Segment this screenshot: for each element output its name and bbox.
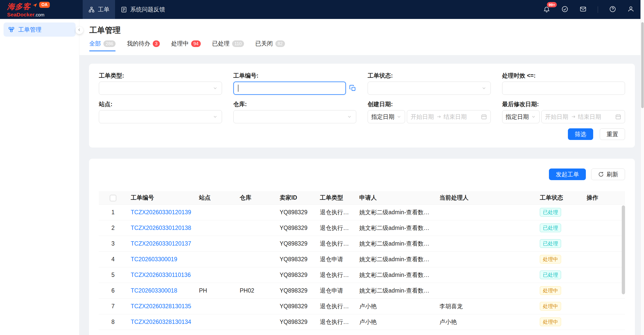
nav-item-label: 工单 bbox=[98, 6, 109, 13]
user-icon bbox=[627, 6, 634, 14]
page-scrollbar-thumb[interactable] bbox=[641, 22, 644, 108]
select-all-checkbox[interactable] bbox=[110, 195, 116, 201]
work-order-type-select[interactable] bbox=[99, 82, 222, 95]
tab-all[interactable]: 全部 286 bbox=[89, 40, 116, 51]
work-order-status-select[interactable] bbox=[368, 82, 491, 95]
site-select[interactable] bbox=[99, 110, 222, 123]
cell-site bbox=[195, 314, 236, 330]
cell-handler bbox=[436, 204, 536, 220]
chevron-left-icon bbox=[77, 28, 82, 33]
work-order-link[interactable]: TCZX20260328130135 bbox=[131, 303, 191, 309]
work-order-link[interactable]: TC202603300019 bbox=[131, 256, 177, 262]
modified-end-date-input[interactable] bbox=[578, 113, 602, 120]
work-order-link[interactable]: TCZX20260330120137 bbox=[131, 240, 191, 247]
reset-button[interactable]: 重置 bbox=[600, 128, 625, 140]
app-window: 海多客 OA SeaDocker.com 工单 系统问题 bbox=[0, 0, 644, 335]
arrow-right-icon bbox=[571, 114, 576, 119]
create-work-order-button[interactable]: 发起工单 bbox=[549, 169, 586, 180]
cell-applicant: 姚文彬二级admin-查看数据用 bbox=[356, 267, 436, 283]
work-order-link[interactable]: TCZX20260330120139 bbox=[131, 209, 191, 216]
table-row[interactable]: 2 TCZX20260330120138 YQ898329 退仓执行工单 姚文彬… bbox=[99, 220, 625, 236]
cell-index: 4 bbox=[99, 251, 127, 267]
cell-index: 2 bbox=[99, 220, 127, 236]
tab-processing[interactable]: 处理中 94 bbox=[171, 40, 201, 51]
table-scrollbar-thumb[interactable] bbox=[622, 205, 625, 294]
col-header-site: 站点 bbox=[195, 191, 236, 204]
cell-site bbox=[195, 298, 236, 314]
cell-status: 处理中 bbox=[536, 283, 583, 298]
cell-seller-id: YQ898329 bbox=[276, 267, 316, 283]
tab-processed[interactable]: 已处理 110 bbox=[212, 40, 244, 51]
modified-date-mode-select[interactable]: 指定日期 bbox=[502, 110, 540, 123]
cell-applicant: 姚文彬二级admin-查看数据用 bbox=[356, 283, 436, 298]
question-circle-icon bbox=[609, 6, 616, 14]
cell-seller-id: YQ898329 bbox=[276, 220, 316, 236]
cell-status: 已处理 bbox=[536, 267, 583, 283]
cell-status: 已处理 bbox=[536, 236, 583, 251]
filter-field-warehouse: 仓库: bbox=[233, 101, 357, 123]
workorder-icon bbox=[8, 26, 15, 33]
refresh-label: 刷新 bbox=[607, 171, 618, 178]
sidebar-collapse-button[interactable] bbox=[76, 27, 83, 34]
cell-handler bbox=[436, 236, 536, 251]
refresh-button[interactable]: 刷新 bbox=[591, 169, 625, 180]
field-label: 仓库: bbox=[233, 101, 357, 108]
created-date-range[interactable] bbox=[407, 110, 491, 123]
created-end-date-input[interactable] bbox=[443, 113, 467, 120]
nav-item-work-order[interactable]: 工单 bbox=[83, 0, 115, 19]
cell-actions bbox=[583, 236, 625, 251]
page-scrollbar[interactable] bbox=[640, 0, 644, 335]
row-index: 2 bbox=[112, 225, 115, 231]
paper-plane-icon bbox=[32, 3, 37, 8]
table-row[interactable]: 1 TCZX20260330120139 YQ898329 退仓执行工单 姚文彬… bbox=[99, 204, 625, 220]
table-row[interactable]: 8 TCZX20260328130134 YQ898329 退仓执行工单 卢小艳… bbox=[99, 314, 625, 330]
cell-seller-id: YQ898329 bbox=[276, 251, 316, 267]
account-button[interactable] bbox=[627, 6, 634, 14]
created-start-date-input[interactable] bbox=[411, 113, 434, 120]
table-row[interactable]: 6 TC202603300018 PH PH02 YQ898329 退仓申请 姚… bbox=[99, 283, 625, 298]
tab-closed[interactable]: 已关闭 82 bbox=[255, 40, 285, 51]
work-order-no-input[interactable] bbox=[233, 82, 346, 95]
work-order-link[interactable]: TCZX20260328130134 bbox=[131, 319, 191, 325]
todo-check-button[interactable] bbox=[561, 6, 568, 14]
sla-input[interactable] bbox=[502, 82, 625, 95]
mail-button[interactable] bbox=[580, 6, 587, 14]
sidebar-item-work-order-mgmt[interactable]: 工单管理 bbox=[4, 22, 76, 37]
cell-index: 1 bbox=[99, 204, 127, 220]
notification-bell-button[interactable]: 99+ bbox=[543, 6, 550, 14]
table-row[interactable]: 5 TCZX20260330110136 YQ898329 退仓执行工单 姚文彬… bbox=[99, 267, 625, 283]
tab-label: 处理中 bbox=[171, 40, 189, 47]
tab-my-todo[interactable]: 我的待办 3 bbox=[127, 40, 160, 51]
cell-actions bbox=[583, 314, 625, 330]
status-badge: 处理中 bbox=[540, 318, 561, 326]
main-content: 工单管理 全部 286 我的待办 3 处理中 94 已处理 bbox=[79, 19, 644, 335]
work-order-link[interactable]: TCZX20260330120138 bbox=[131, 225, 191, 231]
table-row[interactable]: 4 TC202603300019 YQ898329 退仓申请 姚文彬二级admi… bbox=[99, 251, 625, 267]
table-row[interactable]: 7 TCZX20260328130135 YQ898329 退仓执行工单 卢小艳… bbox=[99, 298, 625, 314]
cell-actions bbox=[583, 267, 625, 283]
col-header-order-no: 工单编号 bbox=[127, 191, 195, 204]
brand-domain: SeaDocker bbox=[7, 12, 35, 17]
modified-date-range[interactable] bbox=[541, 110, 625, 123]
field-label: 站点: bbox=[99, 101, 222, 108]
filter-field-modified: 最后修改日期: 指定日期 bbox=[502, 101, 625, 123]
calendar-icon bbox=[481, 114, 487, 120]
col-header-applicant: 申请人 bbox=[356, 191, 436, 204]
modified-start-date-input[interactable] bbox=[545, 113, 569, 120]
tab-label: 已处理 bbox=[212, 40, 230, 47]
created-date-mode-select[interactable]: 指定日期 bbox=[368, 110, 405, 123]
help-button[interactable] bbox=[609, 6, 616, 14]
tab-count-badge: 82 bbox=[275, 40, 285, 47]
work-order-link[interactable]: TCZX20260330110136 bbox=[131, 272, 191, 278]
filter-field-type: 工单类型: bbox=[99, 72, 222, 95]
table-panel: 发起工单 刷新 bbox=[89, 159, 635, 335]
warehouse-select[interactable] bbox=[233, 110, 357, 123]
filter-field-created: 创建日期: 指定日期 bbox=[368, 101, 491, 123]
cell-handler: 卢小艳 bbox=[436, 314, 536, 330]
work-order-link[interactable]: TC202603300018 bbox=[131, 287, 177, 294]
table-row[interactable]: 3 TCZX20260330120137 YQ898329 退仓执行工单 姚文彬… bbox=[99, 236, 625, 251]
copy-icon[interactable] bbox=[349, 85, 356, 92]
app-body: 工单管理 工单管理 全部 286 我的待办 3 bbox=[0, 19, 644, 335]
nav-item-feedback[interactable]: 系统问题反馈 bbox=[115, 0, 171, 19]
filter-button[interactable]: 筛选 bbox=[568, 128, 593, 140]
